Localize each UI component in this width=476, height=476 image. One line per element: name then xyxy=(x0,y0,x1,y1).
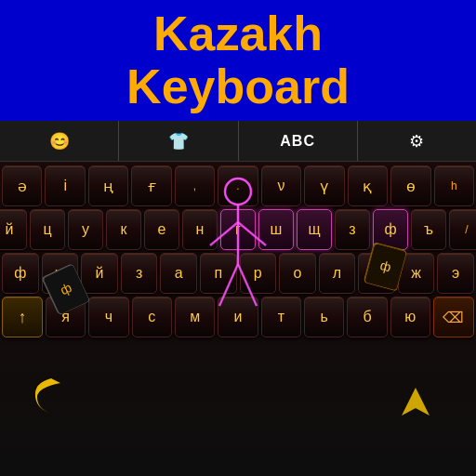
key-ch[interactable]: ч xyxy=(88,297,128,337)
key-comma[interactable]: , xyxy=(175,165,215,206)
key-ii[interactable]: и xyxy=(218,297,258,337)
key-zh[interactable]: ж xyxy=(398,253,435,294)
key-o[interactable]: о xyxy=(279,253,316,294)
key-kh[interactable]: қ xyxy=(348,165,388,206)
key-row-4: ↑ я ч с м и т ь б ю ⌫ xyxy=(2,297,474,337)
key-oe[interactable]: ө xyxy=(390,165,430,206)
app-title: KazakhKeyboard xyxy=(126,7,350,113)
key-b[interactable]: б xyxy=(347,297,387,337)
key-hard[interactable]: ъ xyxy=(411,209,446,250)
key-sh[interactable]: ш xyxy=(258,209,294,250)
key-z[interactable]: з xyxy=(335,209,370,250)
key-h[interactable]: h xyxy=(434,165,474,206)
moon-decoration xyxy=(28,374,74,420)
emoji-icon: 😊 xyxy=(49,131,70,152)
key-t[interactable]: т xyxy=(261,297,301,337)
keyboard-area: ф ф ə і ң ғ , . ν ү қ ө h й xyxy=(0,162,476,476)
app-header: KazakhKeyboard xyxy=(0,0,476,121)
key-yu[interactable]: ю xyxy=(390,297,430,337)
key-soft[interactable]: ь xyxy=(304,297,344,337)
emoji-button[interactable]: 😊 xyxy=(0,121,119,161)
arrow-decoration xyxy=(392,378,439,425)
key-row-3: ф ы й з а п р о л д ж э xyxy=(2,253,474,294)
key-s[interactable]: с xyxy=(132,297,172,337)
key-ae[interactable]: ə xyxy=(2,165,42,206)
key-ya[interactable]: я xyxy=(46,297,86,337)
key-slash[interactable]: / xyxy=(449,209,476,250)
abc-button[interactable]: ABC xyxy=(239,121,358,161)
key-shch[interactable]: щ xyxy=(297,209,332,250)
key-a[interactable]: а xyxy=(160,253,197,294)
shift-key[interactable]: ↑ xyxy=(2,297,43,337)
settings-button[interactable]: ⚙ xyxy=(358,121,476,161)
shirt-icon: 👕 xyxy=(168,131,189,152)
key-u[interactable]: у xyxy=(68,209,103,250)
key-y[interactable]: й xyxy=(0,209,27,250)
key-uu[interactable]: ү xyxy=(304,165,344,206)
key-f2[interactable]: ф xyxy=(2,253,39,294)
key-yi[interactable]: ы xyxy=(42,253,79,294)
key-ng[interactable]: ң xyxy=(88,165,128,206)
key-f[interactable]: ф xyxy=(373,209,408,250)
key-p[interactable]: п xyxy=(200,253,237,294)
key-i[interactable]: і xyxy=(45,165,85,206)
key-d[interactable]: д xyxy=(358,253,395,294)
key-g[interactable]: г xyxy=(220,209,256,250)
settings-icon: ⚙ xyxy=(409,131,424,152)
key-r[interactable]: р xyxy=(240,253,277,294)
keyboard-toolbar: 😊 👕 ABC ⚙ xyxy=(0,121,476,162)
key-m[interactable]: м xyxy=(175,297,215,337)
key-z2[interactable]: з xyxy=(121,253,158,294)
abc-label: ABC xyxy=(280,133,315,150)
key-ye[interactable]: е xyxy=(144,209,179,250)
backspace-key[interactable]: ⌫ xyxy=(433,297,474,337)
keyboard-rows: ə і ң ғ , . ν ү қ ө h й ц у к е н г ш щ … xyxy=(2,165,474,337)
theme-button[interactable]: 👕 xyxy=(119,121,238,161)
key-v[interactable]: ν xyxy=(261,165,301,206)
key-e[interactable]: э xyxy=(437,253,474,294)
key-n[interactable]: н xyxy=(182,209,218,250)
key-ts[interactable]: ц xyxy=(30,209,65,250)
key-row-1: ə і ң ғ , . ν ү қ ө h xyxy=(2,165,474,206)
key-yy[interactable]: й xyxy=(81,253,118,294)
key-l[interactable]: л xyxy=(319,253,356,294)
key-k[interactable]: к xyxy=(106,209,141,250)
key-row-2: й ц у к е н г ш щ з ф ъ / xyxy=(2,209,474,250)
key-gh[interactable]: ғ xyxy=(131,165,171,206)
key-dot-row1[interactable]: . xyxy=(218,165,258,206)
